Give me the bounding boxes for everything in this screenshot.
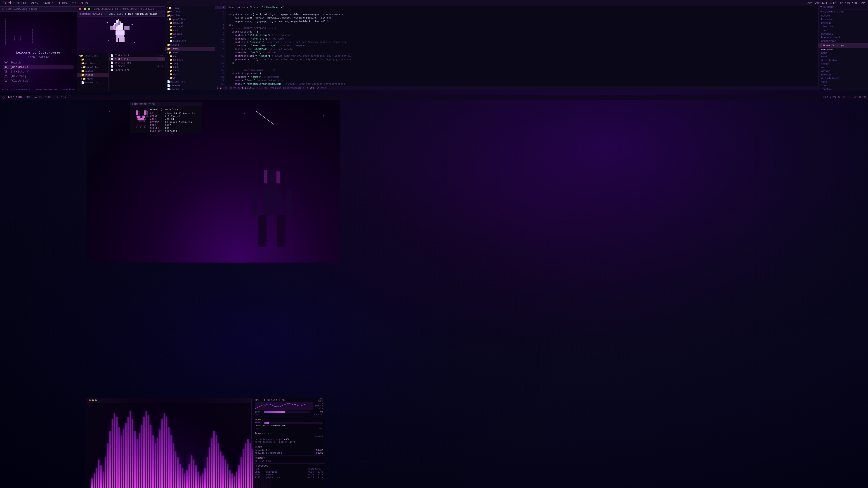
disk-row-1: /dev/dm-0 / 504GB: [255, 449, 323, 452]
tree-lang[interactable]: 📁 lang: [165, 62, 215, 65]
tree-patches[interactable]: 📁 patches: [77, 61, 108, 65]
tree-personal[interactable]: 📁 personal: [165, 25, 215, 29]
outline-user-name[interactable]: name: [818, 51, 868, 55]
outline-user-wm[interactable]: wm: [818, 66, 868, 69]
tree-app[interactable]: 📁 app: [165, 55, 215, 58]
outline-user-term[interactable]: term: [818, 80, 868, 84]
tree-system[interactable]: 📁 system: [77, 69, 108, 73]
audio-bar-16: [127, 417, 129, 488]
outline-system-hostname[interactable]: hostname: [818, 18, 868, 21]
tree-homelab[interactable]: 📁 home.lab: [165, 21, 215, 25]
proc-col-pid: PID: [255, 468, 265, 470]
line-num-14: 14: [215, 51, 225, 55]
tree-wm[interactable]: 📁 wm: [165, 76, 215, 80]
tree-style[interactable]: 📁 style: [165, 72, 215, 76]
outline-system-system[interactable]: system: [818, 14, 868, 18]
sysmon-panel: CPU - 1.53 1.14 0.78 CPU like 11 AVG 13 …: [253, 398, 325, 488]
outline-system-profile[interactable]: profile: [818, 21, 868, 25]
qute-menu-closetab[interactable]: [x] [Close tab]: [3, 79, 73, 83]
tree-work[interactable]: 📁 work: [165, 29, 215, 32]
qute-menu-newtab[interactable]: [t] [New tab]: [3, 74, 73, 78]
tree-license-code[interactable]: 📄 LICENSE: [165, 84, 215, 88]
file-row-installorg[interactable]: 📄 install.org: [109, 61, 165, 65]
tree-themes-code[interactable]: 📁 themes: [165, 47, 215, 51]
audio-bar-9: [112, 419, 113, 488]
outline-user-email[interactable]: email: [818, 55, 868, 59]
audio-bar-42: [186, 470, 188, 488]
line-num-19: 19: [215, 68, 225, 72]
image-pane: [77, 17, 165, 53]
outline-system-locale[interactable]: locale: [818, 29, 868, 32]
audio-bar-54: [213, 431, 215, 488]
svg-rect-22: [115, 24, 116, 29]
code-line-16: grubDevice = ""; # device identifier for…: [228, 58, 815, 61]
svg-rect-18: [116, 31, 125, 35]
minimize-button[interactable]: [84, 8, 86, 10]
file-row-readmeorg[interactable]: 📄 README.org: [109, 68, 165, 72]
tree-dotfiles[interactable]: ▼ 📁 .dotfiles: [77, 54, 108, 58]
qute-menu-history[interactable]: [$ h] [History]: [3, 70, 73, 74]
qute-menu-quickmarks[interactable]: [b] Quickmarks: [3, 65, 73, 69]
code-line-13: locale = "en_US.UTF-8"; # select locale: [228, 48, 815, 51]
tree-themes[interactable]: 📁 themes: [77, 73, 108, 77]
line-num-11: 11: [215, 41, 225, 44]
mem-detail: RAM: 9% 5.76GB/62.2GB: [255, 424, 323, 427]
tree-pkgs[interactable]: 📁 pkgs: [165, 65, 215, 69]
outline-system-timezone[interactable]: timezone: [818, 25, 868, 29]
tree-user-code[interactable]: ▼ 📁 user: [165, 51, 215, 55]
outline-user-dotfiles[interactable]: dotfilesDir: [818, 59, 868, 62]
audio-bar-57: [220, 451, 221, 488]
audio-bar-3: [98, 459, 99, 488]
line-num-2: 2: [215, 9, 225, 13]
outline-user-fontpkg[interactable]: fontPkg: [818, 88, 868, 90]
file-row-license[interactable]: 📄 LICENSE 34.2K: [109, 65, 165, 68]
tree-system-code[interactable]: 📁 system: [165, 43, 215, 47]
tree-hardware[interactable]: 📁 hardware: [165, 58, 215, 62]
tree-patches-code[interactable]: 📁 patches: [165, 13, 215, 18]
outline-user-username[interactable]: username: [818, 48, 868, 51]
outline-system-bootmode[interactable]: bootMode: [818, 32, 868, 36]
tree-git[interactable]: 📁 .git: [77, 58, 108, 61]
outline-user-browser[interactable]: browser: [818, 73, 868, 76]
qute-menu-search[interactable]: [o] Search: [3, 61, 73, 65]
tree-profiles-code[interactable]: ▼ 📁 profiles: [165, 18, 215, 21]
close-button[interactable]: [79, 8, 81, 10]
audio-bar-18: [132, 419, 133, 488]
outline-user-header[interactable]: ▼ W userSettings: [818, 43, 868, 48]
proc-col-name: [266, 468, 307, 470]
tree-user[interactable]: ▶ 📁 user: [77, 77, 108, 80]
outline-user-theme[interactable]: theme: [818, 62, 868, 66]
outline-system-header[interactable]: ▼ systemSettings: [818, 9, 868, 14]
file-row-flakenix[interactable]: 📄 flake.nix 2.2K: [109, 57, 165, 61]
tree-readme[interactable]: 📄 README.org: [77, 80, 108, 85]
file-row-flakelock[interactable]: 📄 flake.lock 27.5K: [109, 54, 165, 57]
outline-user-wmtype[interactable]: wmType: [818, 69, 868, 73]
audio-bar-24: [146, 411, 147, 488]
neofetch-content: ██╗ ██╗ ██║ ██║ ╚██╗ ██╔╝ ╚████╔╝ ╚═══╝ …: [133, 108, 199, 133]
line-num-1: 1: [215, 6, 225, 9]
outline-user-settings: ▼ W userSettings username name email dot…: [818, 43, 868, 90]
cpu-time-left: 60s: [256, 414, 260, 416]
code-line-14: bootMode = "uefi"; # uefi or bios: [228, 51, 815, 55]
maximize-button[interactable]: [88, 8, 90, 10]
tree-shell[interactable]: 📁 shell: [165, 69, 215, 72]
proc-cpu-1: 0.35: [308, 471, 314, 473]
outline-user-roamdir[interactable]: defaultRoamDir: [818, 76, 868, 80]
audio-bar-36: [173, 443, 174, 488]
outline-user-font[interactable]: font: [818, 84, 868, 88]
tree-readme-profiles[interactable]: 📄 README.org: [165, 39, 215, 43]
tree-readme-code[interactable]: 📄 README.org: [165, 80, 215, 84]
tree-worklab[interactable]: 📁 worklab: [165, 32, 215, 36]
tree-profiles[interactable]: ▶ 📁 profiles: [77, 65, 108, 69]
status-file-path: ⬡ .dotfiles/flake.nix: [225, 87, 254, 90]
outline-system-grub[interactable]: grubDevice: [818, 39, 868, 43]
outline-system-bootmount[interactable]: bootMountPath: [818, 36, 868, 39]
audio-bar-44: [191, 455, 192, 488]
proc-content: Processes PID CPU% MEM% 2520 Hyprland 0.…: [255, 464, 323, 479]
cpu-val: 0%: [312, 411, 323, 413]
tree-readme2[interactable]: 📄 README.org: [165, 88, 215, 90]
line-num-10: 10: [215, 37, 225, 41]
tree-outputs[interactable]: 📁 outputs: [165, 10, 215, 13]
tree-wsl[interactable]: 📁 wsl: [165, 36, 215, 39]
tree-git-code[interactable]: ▼ 📁 .git: [165, 6, 215, 10]
